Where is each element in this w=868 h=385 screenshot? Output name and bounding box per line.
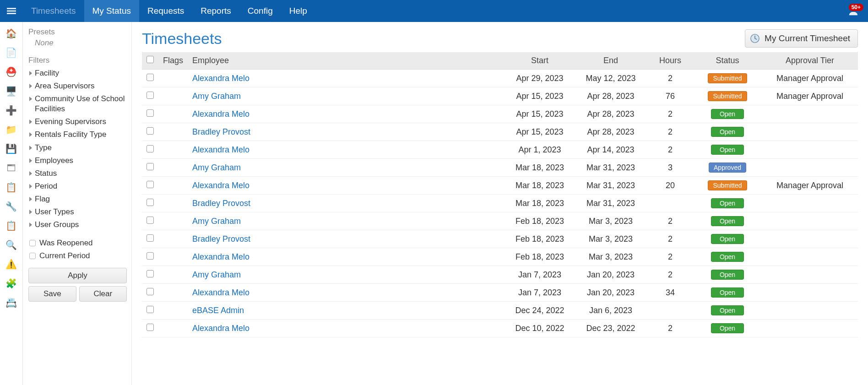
col-employee[interactable]: Employee: [188, 52, 505, 70]
clear-button[interactable]: Clear: [79, 286, 127, 302]
nav-config[interactable]: Config: [239, 0, 281, 22]
row-checkbox[interactable]: [146, 234, 154, 242]
filter-was-reopened[interactable]: Was Reopened: [28, 237, 127, 249]
filter-label: Rentals Facility Type: [35, 130, 107, 140]
employee-link[interactable]: Alexandra Melo: [192, 74, 250, 83]
nav-reports[interactable]: Reports: [192, 0, 239, 22]
puzzle-icon[interactable]: 🧩: [5, 277, 17, 289]
table-row[interactable]: Alexandra MeloApr 29, 2023May 12, 20232S…: [142, 70, 858, 87]
row-checkbox[interactable]: [146, 199, 154, 206]
filter-community-use-of-school-facilities[interactable]: Community Use of School Facilities: [28, 92, 127, 115]
table-row[interactable]: Alexandra MeloDec 10, 2022Dec 23, 20222O…: [142, 320, 858, 337]
address-icon[interactable]: 📇: [5, 297, 17, 309]
table-row[interactable]: eBASE AdminDec 24, 2022Jan 6, 2023Open: [142, 302, 858, 320]
col-hours[interactable]: Hours: [647, 52, 693, 70]
filter-user-types[interactable]: User Types: [28, 206, 127, 218]
table-row[interactable]: Bradley ProvostMar 18, 2023Mar 31, 2023O…: [142, 195, 858, 212]
table-row[interactable]: Alexandra MeloApr 1, 2023Apr 14, 20232Op…: [142, 141, 858, 159]
table-row[interactable]: Amy GrahamJan 7, 2023Jan 20, 20232Open: [142, 266, 858, 284]
folder-icon[interactable]: 📁: [5, 124, 17, 136]
clipboard-check-icon[interactable]: 📋: [5, 220, 17, 232]
wrench-icon[interactable]: 🔧: [5, 201, 17, 212]
filter-type[interactable]: Type: [28, 141, 127, 154]
select-all-checkbox[interactable]: [146, 56, 154, 63]
row-checkbox[interactable]: [146, 145, 154, 152]
row-checkbox[interactable]: [146, 324, 154, 331]
col-end[interactable]: End: [574, 52, 647, 70]
row-checkbox[interactable]: [146, 127, 154, 135]
employee-link[interactable]: Bradley Provost: [192, 234, 250, 244]
filter-user-groups[interactable]: User Groups: [28, 218, 127, 231]
windows-icon[interactable]: 🗔: [5, 162, 17, 174]
nav-timesheets[interactable]: Timesheets: [23, 0, 84, 22]
nav-help[interactable]: Help: [281, 0, 315, 22]
employee-link[interactable]: Amy Graham: [192, 92, 241, 101]
table-row[interactable]: Amy GrahamMar 18, 2023Mar 31, 20233Appro…: [142, 159, 858, 177]
medical-icon[interactable]: ➕: [5, 104, 17, 116]
filter-label: Status: [35, 168, 57, 179]
col-tier[interactable]: Approval Tier: [762, 52, 858, 70]
col-flags[interactable]: Flags: [158, 52, 188, 70]
apply-button[interactable]: Apply: [28, 268, 127, 283]
pc-icon[interactable]: 🖥️: [5, 85, 17, 97]
employee-link[interactable]: Amy Graham: [192, 270, 241, 279]
filter-status[interactable]: Status: [28, 167, 127, 180]
clipboard-search-icon[interactable]: 🔍: [5, 239, 17, 251]
table-row[interactable]: Alexandra MeloFeb 18, 2023Mar 3, 20232Op…: [142, 248, 858, 266]
row-checkbox[interactable]: [146, 109, 154, 117]
col-status[interactable]: Status: [693, 52, 762, 70]
table-row[interactable]: Amy GrahamApr 15, 2023Apr 28, 202376Subm…: [142, 87, 858, 105]
cell-tier: [762, 284, 858, 302]
employee-link[interactable]: Bradley Provost: [192, 127, 250, 136]
table-row[interactable]: Alexandra MeloApr 15, 2023Apr 28, 20232O…: [142, 105, 858, 123]
row-checkbox[interactable]: [146, 306, 154, 313]
row-checkbox[interactable]: [146, 252, 154, 260]
employee-link[interactable]: Alexandra Melo: [192, 109, 250, 119]
hardhat-icon[interactable]: ⛑️: [5, 66, 17, 78]
filter-area-supervisors[interactable]: Area Supervisors: [28, 80, 127, 92]
filter-facility[interactable]: Facility: [28, 67, 127, 80]
row-checkbox[interactable]: [146, 163, 154, 170]
my-current-timesheet-button[interactable]: My Current Timesheet: [745, 29, 858, 48]
employee-link[interactable]: Bradley Provost: [192, 199, 250, 208]
nav-my-status[interactable]: My Status: [84, 0, 139, 22]
table-row[interactable]: Bradley ProvostApr 15, 2023Apr 28, 20232…: [142, 123, 858, 141]
row-checkbox[interactable]: [146, 181, 154, 188]
filter-period[interactable]: Period: [28, 180, 127, 193]
cell-flags: [158, 302, 188, 320]
cell-employee: Amy Graham: [188, 266, 505, 284]
row-checkbox[interactable]: [146, 74, 154, 81]
home-icon[interactable]: 🏠: [5, 27, 17, 39]
clipboard-warn-icon[interactable]: 📋: [5, 181, 17, 193]
table-row[interactable]: Amy GrahamFeb 18, 2023Mar 3, 20232Open: [142, 212, 858, 230]
table-row[interactable]: Alexandra MeloJan 7, 2023Jan 20, 202334O…: [142, 284, 858, 302]
table-row[interactable]: Bradley ProvostFeb 18, 2023Mar 3, 20232O…: [142, 230, 858, 248]
row-checkbox[interactable]: [146, 288, 154, 295]
alarm-icon[interactable]: ⚠️: [5, 258, 17, 270]
row-checkbox[interactable]: [146, 217, 154, 224]
col-start[interactable]: Start: [505, 52, 574, 70]
employee-link[interactable]: Alexandra Melo: [192, 145, 250, 154]
employee-link[interactable]: eBASE Admin: [192, 306, 244, 315]
row-checkbox[interactable]: [146, 270, 154, 277]
employee-link[interactable]: Alexandra Melo: [192, 181, 250, 190]
row-checkbox[interactable]: [146, 92, 154, 99]
table-row[interactable]: Alexandra MeloMar 18, 2023Mar 31, 202320…: [142, 177, 858, 195]
filter-evening-supervisors[interactable]: Evening Supervisors: [28, 115, 127, 128]
document-icon[interactable]: 📄: [5, 47, 17, 59]
notifications[interactable]: 50+: [847, 0, 868, 22]
employee-link[interactable]: Amy Graham: [192, 163, 241, 172]
filter-current-period[interactable]: Current Period: [28, 249, 127, 262]
save-icon[interactable]: 💾: [5, 143, 17, 155]
employee-link[interactable]: Alexandra Melo: [192, 252, 250, 261]
filter-flag[interactable]: Flag: [28, 193, 127, 206]
employee-link[interactable]: Amy Graham: [192, 217, 241, 226]
save-button[interactable]: Save: [28, 286, 76, 302]
filter-rentals-facility-type[interactable]: Rentals Facility Type: [28, 128, 127, 141]
menu-icon[interactable]: [0, 0, 23, 22]
expand-icon: [29, 132, 32, 137]
filter-employees[interactable]: Employees: [28, 154, 127, 167]
employee-link[interactable]: Alexandra Melo: [192, 288, 250, 297]
employee-link[interactable]: Alexandra Melo: [192, 324, 250, 333]
nav-requests[interactable]: Requests: [139, 0, 192, 22]
